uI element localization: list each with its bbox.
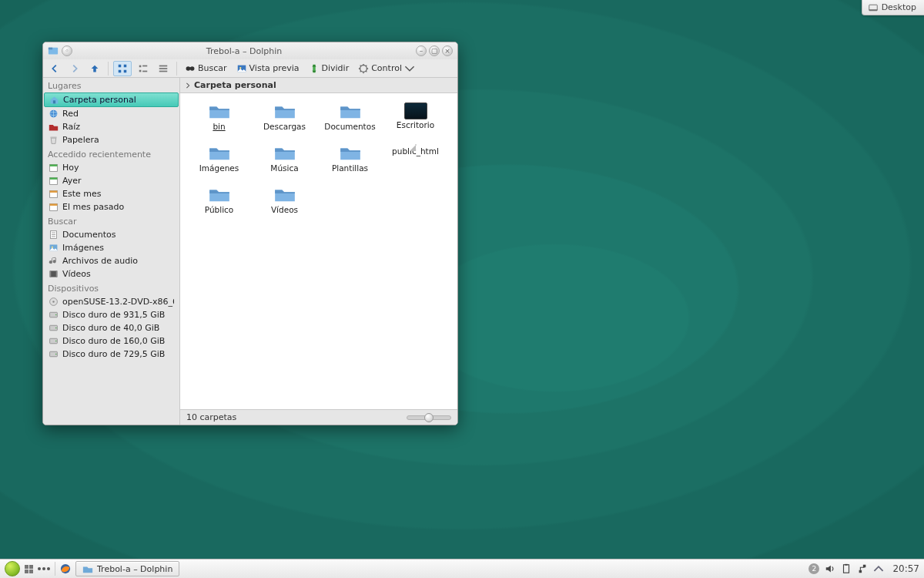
svg-rect-17 — [188, 67, 193, 69]
video-icon — [49, 269, 59, 279]
sidebar-item-home[interactable]: Carpeta personal — [44, 92, 179, 107]
sidebar-item-label: Este mes — [62, 189, 101, 199]
zoom-knob[interactable] — [424, 413, 434, 422]
app-launcher[interactable] — [5, 561, 20, 576]
maximize-button[interactable]: ▢ — [429, 45, 440, 56]
view-details-button[interactable] — [155, 62, 172, 76]
svg-rect-38 — [50, 177, 58, 179]
svg-point-53 — [52, 301, 54, 302]
preview-button[interactable]: Vista previa — [233, 62, 303, 76]
file-item[interactable]: Imágenes — [186, 144, 252, 183]
file-item[interactable]: Descargas — [252, 102, 317, 141]
sidebar-search-videos[interactable]: Vídeos — [44, 267, 179, 281]
file-item[interactable]: Plantillas — [317, 144, 383, 183]
folder-icon — [208, 102, 231, 121]
zoom-slider[interactable] — [407, 415, 451, 420]
places-header: Lugares — [43, 78, 179, 92]
calendar-icon — [49, 189, 59, 199]
svg-rect-6 — [119, 69, 122, 72]
clock[interactable]: 20:57 — [892, 563, 919, 574]
svg-rect-14 — [159, 70, 168, 72]
hdd-icon — [49, 336, 59, 346]
file-label: Vídeos — [271, 206, 298, 214]
network-tray-icon[interactable] — [857, 563, 868, 574]
updates-badge[interactable]: 2 — [808, 563, 819, 574]
svg-rect-12 — [159, 65, 168, 66]
clipboard-icon[interactable] — [841, 563, 852, 574]
sidebar-item-root[interactable]: Raíz — [44, 120, 179, 133]
sidebar-item-network[interactable]: Red — [44, 107, 179, 120]
devices-header: Dispositivos — [43, 281, 179, 295]
sidebar-item-label: Imágenes — [62, 243, 104, 253]
device-hdd-0[interactable]: Disco duro de 931,5 GiB — [44, 308, 179, 321]
pin-button[interactable]: ◦ — [62, 45, 72, 56]
view-icons-button[interactable] — [113, 61, 132, 76]
desktop-toolbox-label: Desktop — [882, 2, 916, 12]
svg-point-48 — [52, 247, 53, 248]
device-hdd-1[interactable]: Disco duro de 40,0 GiB — [44, 321, 179, 334]
split-button[interactable]: Dividir — [306, 62, 353, 76]
svg-point-59 — [55, 341, 57, 342]
file-item[interactable]: Escritorio — [383, 102, 448, 141]
svg-line-29 — [366, 65, 367, 66]
sidebar-search-audio[interactable]: Archivos de audio — [44, 254, 179, 267]
file-item[interactable]: Público — [186, 186, 252, 224]
svg-point-19 — [239, 66, 241, 68]
up-button[interactable] — [86, 62, 103, 76]
file-item[interactable]: Documentos — [317, 102, 383, 141]
svg-rect-5 — [124, 64, 127, 67]
svg-line-28 — [360, 71, 361, 72]
html-file-icon — [415, 144, 417, 146]
toolbar: Buscar Vista previa Dividir Control — [43, 59, 457, 78]
view-compact-button[interactable] — [135, 62, 152, 76]
hdd-icon — [49, 349, 59, 359]
file-item[interactable]: Música — [252, 144, 317, 183]
back-button[interactable] — [46, 62, 63, 76]
hdd-icon — [49, 323, 59, 333]
forward-button[interactable] — [66, 62, 83, 76]
close-button[interactable]: × — [442, 45, 453, 56]
device-hdd-2[interactable]: Disco duro de 160,0 GiB — [44, 334, 179, 348]
file-item[interactable]: bin — [186, 102, 252, 141]
file-item[interactable]: Vídeos — [252, 186, 317, 224]
sidebar-item-last-month[interactable]: El mes pasado — [44, 200, 179, 213]
minimize-button[interactable]: – — [416, 45, 427, 56]
sidebar-item-label: Papelera — [62, 135, 99, 145]
sidebar-item-yesterday[interactable]: Ayer — [44, 174, 179, 187]
network-icon — [49, 109, 59, 119]
svg-rect-7 — [124, 69, 127, 72]
tray-expand-icon[interactable] — [873, 563, 884, 574]
device-optical[interactable]: openSUSE-13.2-DVD-x86_640051 — [44, 295, 179, 308]
calendar-icon — [49, 202, 59, 212]
control-button[interactable]: Control — [355, 62, 418, 76]
window-titlebar[interactable]: ◦ Trebol-a – Dolphin – ▢ × — [43, 42, 457, 59]
search-button[interactable]: Buscar — [182, 62, 230, 76]
sidebar-search-images[interactable]: Imágenes — [44, 241, 179, 254]
sidebar-item-month[interactable]: Este mes — [44, 187, 179, 200]
svg-rect-40 — [50, 190, 58, 192]
sidebar-item-label: Carpeta personal — [63, 95, 136, 105]
sidebar-item-label: Vídeos — [62, 269, 91, 279]
file-label: Escritorio — [397, 121, 434, 129]
sidebar-search-documents[interactable]: Documentos — [44, 228, 179, 241]
desktop-toolbox[interactable]: Desktop — [862, 0, 924, 15]
sidebar-item-today[interactable]: Hoy — [44, 161, 179, 174]
pager[interactable] — [38, 567, 50, 570]
firefox-icon[interactable] — [60, 563, 71, 574]
file-item[interactable]: public_html — [383, 144, 448, 183]
task-entry-dolphin[interactable]: Trebol-a – Dolphin — [75, 561, 179, 576]
image-icon — [49, 243, 59, 253]
icon-grid[interactable]: binDescargasDocumentosEscritorioImágenes… — [180, 93, 457, 409]
trash-icon — [49, 135, 59, 145]
sidebar-item-label: Disco duro de 729,5 GiB — [62, 349, 165, 359]
dolphin-window: ◦ Trebol-a – Dolphin – ▢ × Buscar Vista … — [42, 42, 458, 425]
device-hdd-3[interactable]: Disco duro de 729,5 GiB — [44, 348, 179, 361]
status-text: 10 carpetas — [186, 412, 236, 422]
sidebar-item-trash[interactable]: Papelera — [44, 133, 179, 146]
breadcrumb[interactable]: Carpeta personal — [180, 78, 457, 93]
chevron-right-icon — [185, 82, 191, 89]
audio-icon — [49, 256, 59, 266]
svg-rect-10 — [139, 69, 142, 72]
volume-icon[interactable] — [825, 563, 835, 574]
activity-switcher[interactable] — [25, 565, 33, 573]
